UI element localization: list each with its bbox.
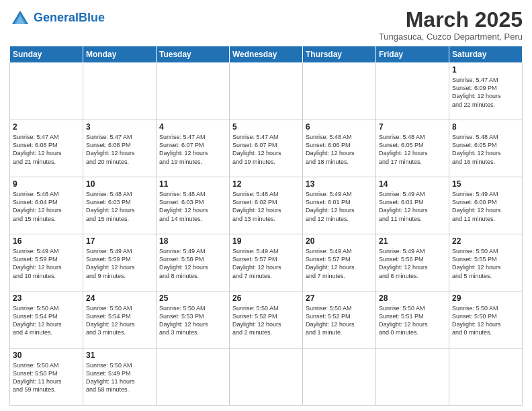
day-info: Sunrise: 5:47 AM Sunset: 6:07 PM Dayligh… xyxy=(159,133,226,166)
day-number: 23 xyxy=(13,293,80,303)
day-info: Sunrise: 5:49 AM Sunset: 5:59 PM Dayligh… xyxy=(86,247,153,280)
calendar-cell: 13Sunrise: 5:49 AM Sunset: 6:01 PM Dayli… xyxy=(303,177,376,234)
day-info: Sunrise: 5:50 AM Sunset: 5:52 PM Dayligh… xyxy=(232,304,300,337)
calendar-cell: 1Sunrise: 5:47 AM Sunset: 6:09 PM Daylig… xyxy=(449,63,523,120)
calendar-cell: 19Sunrise: 5:49 AM Sunset: 5:57 PM Dayli… xyxy=(230,234,303,291)
day-info: Sunrise: 5:48 AM Sunset: 6:06 PM Dayligh… xyxy=(306,133,373,166)
calendar-cell: 29Sunrise: 5:50 AM Sunset: 5:50 PM Dayli… xyxy=(449,291,523,349)
calendar-table: Sunday Monday Tuesday Wednesday Thursday… xyxy=(9,46,523,406)
calendar-cell: 30Sunrise: 5:50 AM Sunset: 5:50 PM Dayli… xyxy=(10,349,83,406)
day-number: 11 xyxy=(159,179,226,189)
day-info: Sunrise: 5:49 AM Sunset: 6:00 PM Dayligh… xyxy=(452,190,519,223)
day-info: Sunrise: 5:49 AM Sunset: 5:57 PM Dayligh… xyxy=(232,247,300,280)
day-info: Sunrise: 5:48 AM Sunset: 6:04 PM Dayligh… xyxy=(13,190,80,223)
calendar-cell: 11Sunrise: 5:48 AM Sunset: 6:03 PM Dayli… xyxy=(157,177,230,234)
day-info: Sunrise: 5:50 AM Sunset: 5:54 PM Dayligh… xyxy=(86,304,153,337)
calendar-cell: 6Sunrise: 5:48 AM Sunset: 6:06 PM Daylig… xyxy=(303,120,376,177)
calendar-cell: 16Sunrise: 5:49 AM Sunset: 5:59 PM Dayli… xyxy=(10,234,83,291)
day-info: Sunrise: 5:49 AM Sunset: 6:01 PM Dayligh… xyxy=(379,190,446,223)
header-sunday: Sunday xyxy=(10,46,83,63)
day-info: Sunrise: 5:50 AM Sunset: 5:50 PM Dayligh… xyxy=(452,304,519,337)
calendar-cell xyxy=(157,349,230,406)
calendar-cell: 28Sunrise: 5:50 AM Sunset: 5:51 PM Dayli… xyxy=(376,291,449,349)
logo-icon xyxy=(9,8,31,27)
calendar-cell xyxy=(376,349,449,406)
day-number: 5 xyxy=(232,122,300,132)
day-number: 10 xyxy=(86,179,153,189)
day-number: 18 xyxy=(159,236,226,246)
day-number: 29 xyxy=(452,293,519,303)
day-info: Sunrise: 5:50 AM Sunset: 5:54 PM Dayligh… xyxy=(13,304,80,337)
day-info: Sunrise: 5:49 AM Sunset: 5:59 PM Dayligh… xyxy=(13,247,80,280)
calendar-cell: 2Sunrise: 5:47 AM Sunset: 6:08 PM Daylig… xyxy=(10,120,83,177)
day-number: 7 xyxy=(379,122,446,132)
header-thursday: Thursday xyxy=(303,46,376,63)
logo: GeneralBlue xyxy=(9,8,105,27)
day-number: 22 xyxy=(452,236,519,246)
calendar-cell: 25Sunrise: 5:50 AM Sunset: 5:53 PM Dayli… xyxy=(157,291,230,349)
day-info: Sunrise: 5:50 AM Sunset: 5:55 PM Dayligh… xyxy=(452,247,519,280)
calendar-cell: 15Sunrise: 5:49 AM Sunset: 6:00 PM Dayli… xyxy=(449,177,523,234)
day-number: 26 xyxy=(232,293,300,303)
day-info: Sunrise: 5:48 AM Sunset: 6:03 PM Dayligh… xyxy=(86,190,153,223)
calendar-cell: 14Sunrise: 5:49 AM Sunset: 6:01 PM Dayli… xyxy=(376,177,449,234)
day-number: 16 xyxy=(13,236,80,246)
day-info: Sunrise: 5:49 AM Sunset: 5:57 PM Dayligh… xyxy=(306,247,373,280)
day-number: 15 xyxy=(452,179,519,189)
header: GeneralBlue March 2025 Tungasuca, Cuzco … xyxy=(9,8,523,42)
day-number: 31 xyxy=(86,351,153,360)
day-number: 21 xyxy=(379,236,446,246)
page: GeneralBlue March 2025 Tungasuca, Cuzco … xyxy=(0,0,532,411)
day-number: 27 xyxy=(306,293,373,303)
calendar-cell xyxy=(303,349,376,406)
day-info: Sunrise: 5:47 AM Sunset: 6:08 PM Dayligh… xyxy=(86,133,153,166)
calendar-cell: 9Sunrise: 5:48 AM Sunset: 6:04 PM Daylig… xyxy=(10,177,83,234)
day-info: Sunrise: 5:50 AM Sunset: 5:53 PM Dayligh… xyxy=(159,304,226,337)
day-number: 13 xyxy=(306,179,373,189)
calendar-cell: 23Sunrise: 5:50 AM Sunset: 5:54 PM Dayli… xyxy=(10,291,83,349)
day-number: 19 xyxy=(232,236,300,246)
calendar-cell: 18Sunrise: 5:49 AM Sunset: 5:58 PM Dayli… xyxy=(157,234,230,291)
day-number: 8 xyxy=(452,122,519,132)
weekday-header-row: Sunday Monday Tuesday Wednesday Thursday… xyxy=(10,46,523,63)
calendar-cell: 12Sunrise: 5:48 AM Sunset: 6:02 PM Dayli… xyxy=(230,177,303,234)
calendar-cell xyxy=(303,63,376,120)
day-info: Sunrise: 5:49 AM Sunset: 5:58 PM Dayligh… xyxy=(159,247,226,280)
calendar-cell: 21Sunrise: 5:49 AM Sunset: 5:56 PM Dayli… xyxy=(376,234,449,291)
calendar-cell: 8Sunrise: 5:48 AM Sunset: 6:05 PM Daylig… xyxy=(449,120,523,177)
day-info: Sunrise: 5:48 AM Sunset: 6:02 PM Dayligh… xyxy=(232,190,300,223)
day-number: 2 xyxy=(13,122,80,132)
logo-text: GeneralBlue xyxy=(34,11,105,24)
day-number: 12 xyxy=(232,179,300,189)
day-number: 28 xyxy=(379,293,446,303)
calendar-cell xyxy=(376,63,449,120)
day-info: Sunrise: 5:50 AM Sunset: 5:51 PM Dayligh… xyxy=(379,304,446,337)
day-info: Sunrise: 5:47 AM Sunset: 6:08 PM Dayligh… xyxy=(13,133,80,166)
day-info: Sunrise: 5:49 AM Sunset: 6:01 PM Dayligh… xyxy=(306,190,373,223)
day-info: Sunrise: 5:50 AM Sunset: 5:50 PM Dayligh… xyxy=(13,361,80,394)
calendar-cell: 5Sunrise: 5:47 AM Sunset: 6:07 PM Daylig… xyxy=(230,120,303,177)
day-info: Sunrise: 5:48 AM Sunset: 6:03 PM Dayligh… xyxy=(159,190,226,223)
header-wednesday: Wednesday xyxy=(230,46,303,63)
calendar-cell: 20Sunrise: 5:49 AM Sunset: 5:57 PM Dayli… xyxy=(303,234,376,291)
day-info: Sunrise: 5:50 AM Sunset: 5:52 PM Dayligh… xyxy=(306,304,373,337)
calendar-cell xyxy=(230,63,303,120)
day-info: Sunrise: 5:47 AM Sunset: 6:07 PM Dayligh… xyxy=(232,133,300,166)
day-number: 1 xyxy=(452,65,519,75)
calendar-cell xyxy=(157,63,230,120)
header-tuesday: Tuesday xyxy=(157,46,230,63)
calendar-cell xyxy=(10,63,83,120)
day-info: Sunrise: 5:50 AM Sunset: 5:49 PM Dayligh… xyxy=(86,361,153,394)
day-number: 14 xyxy=(379,179,446,189)
calendar-cell: 10Sunrise: 5:48 AM Sunset: 6:03 PM Dayli… xyxy=(83,177,157,234)
title-block: March 2025 Tungasuca, Cuzco Department, … xyxy=(379,8,523,42)
calendar-cell xyxy=(230,349,303,406)
calendar-cell: 24Sunrise: 5:50 AM Sunset: 5:54 PM Dayli… xyxy=(83,291,157,349)
subtitle: Tungasuca, Cuzco Department, Peru xyxy=(379,32,523,42)
day-number: 30 xyxy=(13,351,80,360)
calendar-cell: 26Sunrise: 5:50 AM Sunset: 5:52 PM Dayli… xyxy=(230,291,303,349)
day-info: Sunrise: 5:48 AM Sunset: 6:05 PM Dayligh… xyxy=(452,133,519,166)
day-number: 20 xyxy=(306,236,373,246)
day-number: 24 xyxy=(86,293,153,303)
header-monday: Monday xyxy=(83,46,157,63)
